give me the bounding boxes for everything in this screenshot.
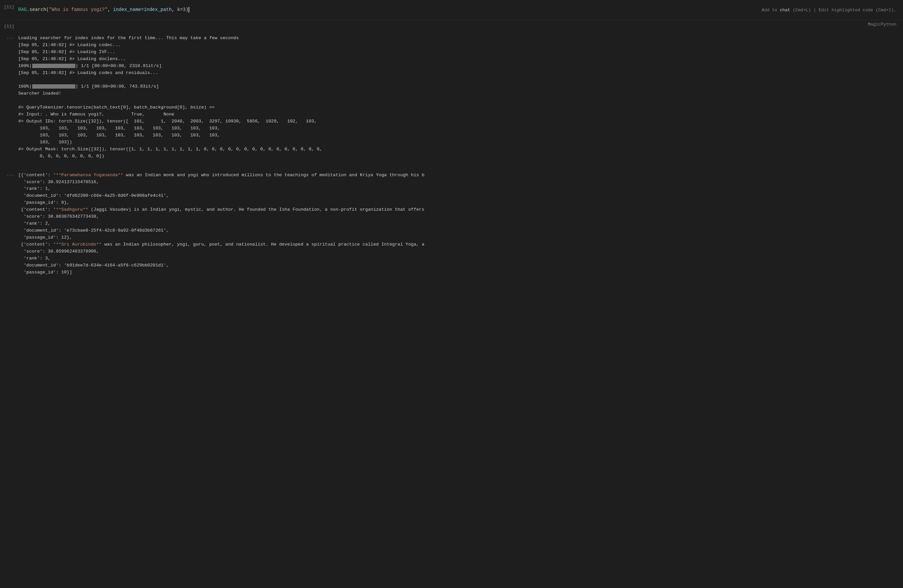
close-paren: ) [186, 6, 188, 13]
function-call: search [30, 6, 46, 13]
output-separator-2 [0, 166, 903, 171]
dot: . [27, 6, 29, 13]
output-result-row: ... [{'content': '**Paramahansa Yoganand… [0, 171, 903, 277]
cell-output: ... Loading searcher for index index for… [0, 31, 903, 588]
comma2: , [171, 6, 177, 13]
open-paren: ( [46, 6, 49, 13]
output-loading-text: Loading searcher for index index for the… [18, 35, 903, 160]
param-index: index_name [113, 6, 141, 13]
output-result-text: [{'content': '**Paramahansa Yogananda** … [18, 172, 903, 276]
param-k-val: 3 [183, 6, 186, 13]
param-k: k [177, 6, 180, 13]
equals2: = [180, 6, 182, 13]
notebook-cell: [11] RAG.search("Who is famous yogi?", i… [0, 0, 903, 588]
equals1: = [141, 6, 144, 13]
param-value-index: index_path [144, 6, 171, 13]
output-cell-number: [11] [0, 22, 18, 29]
output-loading-block: ... Loading searcher for index index for… [0, 34, 903, 160]
cell-number: [11] [0, 3, 18, 9]
object-ref: RAG [18, 6, 27, 13]
text-cursor [189, 7, 189, 13]
cell-hint: Add to chat (Cmd+L) | Edit highlighted c… [761, 7, 896, 12]
output-result-prompt: ... [0, 172, 18, 177]
magic-python-label: MagicPython [868, 22, 896, 27]
output-separator [0, 160, 903, 166]
cell-input-row: [11] RAG.search("Who is famous yogi?", i… [0, 0, 903, 20]
chat-word: chat [780, 7, 790, 12]
output-ellipsis: ... [0, 35, 18, 40]
comma1: , [108, 6, 113, 13]
output-cell-number-row: [11] MagicPython [0, 20, 903, 31]
string-arg: "Who is famous yogi?" [49, 6, 107, 13]
